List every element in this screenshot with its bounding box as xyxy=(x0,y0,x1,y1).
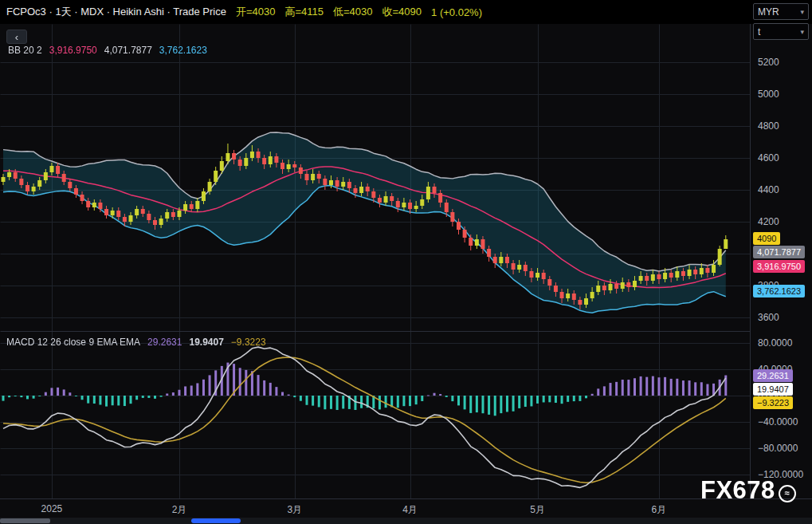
axis-tick-label: −40.0000 xyxy=(758,416,798,427)
currency-select[interactable]: MYR ▾ xyxy=(753,3,809,20)
change-value: 1 (+0.02%) xyxy=(431,6,482,18)
close-value: 收=4090 xyxy=(382,5,422,19)
unit-select-value: t xyxy=(758,26,760,37)
bollinger-lower-value: 3,762.1623 xyxy=(159,45,207,56)
low-value: 低=4030 xyxy=(333,5,373,19)
macd-legend: MACD 12 26 close 9 EMA EMA 29.2631 19.94… xyxy=(6,337,266,348)
price-label-badge: 3,762.1623 xyxy=(753,285,805,297)
axis-tick-label: 80.0000 xyxy=(758,337,792,349)
time-axis-label: 2025 xyxy=(41,503,63,514)
macd-line-value: 19.9407 xyxy=(189,337,223,348)
bollinger-upper-value: 4,071.7877 xyxy=(104,45,152,56)
bollinger-legend-title: BB 20 2 xyxy=(8,45,42,56)
price-label-badge: 19.9407 xyxy=(753,383,793,396)
scrollbar-left-segment[interactable] xyxy=(0,518,50,523)
time-axis-label: 3月 xyxy=(287,503,302,517)
time-axis-label: 4月 xyxy=(402,503,418,517)
trading-chart-app: FCPOc3 · 1天 · MDX · Heikin Ashi · Trade … xyxy=(0,0,812,524)
time-axis-label: 6月 xyxy=(652,503,667,517)
axis-tick-label: 5200 xyxy=(758,57,779,68)
axis-tick-label: 5000 xyxy=(758,89,779,100)
price-macd-chart-canvas[interactable] xyxy=(0,24,750,498)
horizontal-scrollbar[interactable] xyxy=(0,518,812,524)
axis-tick-label: 4200 xyxy=(758,216,779,227)
symbol-header: FCPOc3 · 1天 · MDX · Heikin Ashi · Trade … xyxy=(0,0,812,24)
fx678-logo-icon: ≈ xyxy=(779,485,796,502)
price-label-badge: −9.3223 xyxy=(753,396,793,409)
axis-tick-label: 4600 xyxy=(758,152,779,164)
unit-select[interactable]: t ▾ xyxy=(753,23,809,40)
macd-signal-value: −9.3223 xyxy=(231,337,266,348)
price-label-badge: 4,071.7877 xyxy=(753,246,805,258)
high-value: 高=4115 xyxy=(284,5,324,19)
scrollbar-handle[interactable] xyxy=(191,518,241,523)
fx678-watermark: FX678 ≈ xyxy=(700,476,796,505)
time-axis-label: 5月 xyxy=(530,503,545,517)
fx678-watermark-text: FX678 xyxy=(700,476,775,505)
macd-histogram-value: 29.2631 xyxy=(147,337,182,348)
price-axis[interactable]: 36003800400042004400460048005000520080.0… xyxy=(750,0,812,524)
macd-legend-title: MACD 12 26 close 9 EMA EMA xyxy=(6,337,140,348)
price-label-badge: 3,916.9750 xyxy=(753,260,805,273)
back-arrow-icon: ‹ xyxy=(15,31,18,43)
open-value: 开=4030 xyxy=(236,5,276,19)
bollinger-legend: BB 20 2 3,916.9750 4,071.7877 3,762.1623 xyxy=(8,45,207,56)
axis-tick-label: 4800 xyxy=(758,120,779,132)
bollinger-basis-value: 3,916.9750 xyxy=(49,45,97,56)
time-axis-label: 2月 xyxy=(172,503,187,517)
axis-tick-label: 4400 xyxy=(758,184,779,195)
axis-tick-label: 3600 xyxy=(758,312,779,323)
price-label-badge: 4090 xyxy=(753,232,780,245)
chevron-down-icon: ▾ xyxy=(800,8,804,16)
back-button[interactable]: ‹ xyxy=(6,30,27,44)
currency-select-value: MYR xyxy=(758,6,779,18)
chevron-down-icon: ▾ xyxy=(800,28,804,36)
time-axis[interactable]: 20252月3月4月5月6月 xyxy=(0,498,812,518)
symbol-title[interactable]: FCPOc3 · 1天 · MDX · Heikin Ashi · Trade … xyxy=(6,5,226,19)
price-label-badge: 29.2631 xyxy=(753,369,793,382)
axis-tick-label: −80.0000 xyxy=(758,443,798,454)
